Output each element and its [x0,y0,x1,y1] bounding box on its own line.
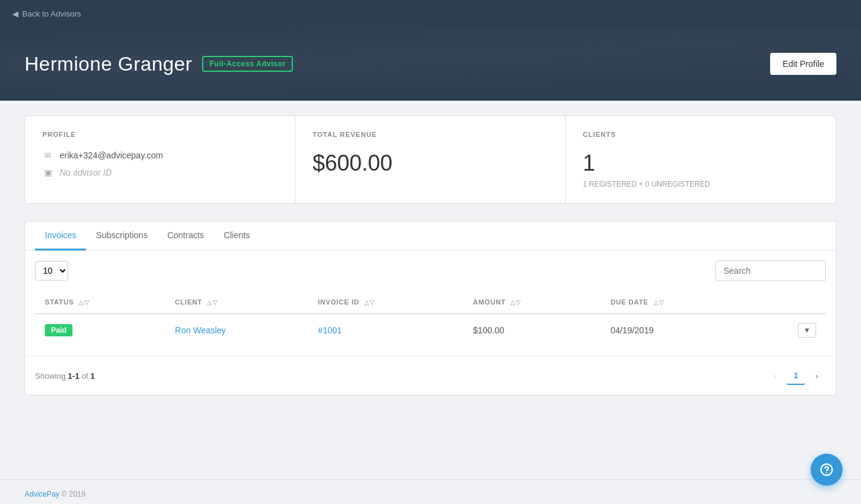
profile-header: Hermione Granger Full-Access Advisor Edi… [0,27,861,101]
sort-icon-due-date: △▽ [653,299,664,306]
profile-label: PROFILE [42,131,278,138]
col-status[interactable]: STATUS △▽ [35,291,165,314]
back-to-advisors-link[interactable]: ◀ Back to Advisors [12,9,81,18]
table-controls: 10 25 50 [35,260,826,281]
advisor-id-row: ▣ No advisor ID [42,168,278,177]
profile-info: ✉ erika+324@advicepay.com ▣ No advisor I… [42,150,278,177]
col-invoice-id[interactable]: INVOICE ID △▽ [308,291,464,314]
tab-clients[interactable]: Clients [214,222,260,250]
col-due-date[interactable]: DUE DATE △▽ [601,291,749,314]
pagination-controls: ‹ 1 › [766,366,826,385]
id-card-icon: ▣ [42,168,53,177]
email-row: ✉ erika+324@advicepay.com [42,150,278,160]
showing-range: 1-1 [68,371,79,381]
footer-brand-link[interactable]: AdvicePay [25,490,60,498]
invoices-table: STATUS △▽ CLIENT △▽ INVOICE ID △▽ AMOUNT… [35,291,826,346]
status-badge: Paid [45,324,72,336]
chevron-left-icon: ◀ [12,9,18,18]
col-amount[interactable]: AMOUNT △▽ [463,291,601,314]
clients-registered: 1 REGISTERED + 0 UNREGISTERED [583,180,819,188]
next-page-button[interactable]: › [808,366,826,385]
profile-header-left: Hermione Granger Full-Access Advisor [25,53,293,76]
stats-row: PROFILE ✉ erika+324@advicepay.com ▣ No a… [25,115,836,204]
tab-subscriptions[interactable]: Subscriptions [86,222,157,250]
advisor-id: No advisor ID [60,168,112,177]
back-label: Back to Advisors [22,9,81,18]
client-link[interactable]: Ron Weasley [175,325,226,335]
table-section: 10 25 50 STATUS △▽ CLIENT △▽ [25,250,836,356]
page-1-button[interactable]: 1 [787,366,805,385]
cell-client: Ron Weasley [165,314,308,346]
pagination-row: Showing 1-1 of 1 ‹ 1 › [25,356,836,395]
profile-card: PROFILE ✉ erika+324@advicepay.com ▣ No a… [25,116,295,203]
showing-total: 1 [90,371,95,381]
showing-prefix: Showing [35,371,68,381]
cell-status: Paid [35,314,165,346]
showing-text: Showing 1-1 of 1 [35,371,95,381]
footer: AdvicePay © 2019 [0,479,861,504]
showing-of: of [79,371,90,381]
sort-icon-client: △▽ [207,299,218,306]
tab-invoices[interactable]: Invoices [35,222,86,250]
cell-due-date: 04/19/2019 [601,314,749,346]
revenue-label: TOTAL REVENUE [313,131,548,138]
email-icon: ✉ [42,150,53,160]
table-header-row: STATUS △▽ CLIENT △▽ INVOICE ID △▽ AMOUNT… [35,291,826,314]
sort-icon-status: △▽ [79,299,90,306]
table-row: Paid Ron Weasley #1001 $100.00 04/19/201… [35,314,826,346]
clients-count: 1 [583,150,819,176]
cell-row-actions: ▼ [749,314,826,346]
page-size-select[interactable]: 10 25 50 [35,261,68,281]
help-icon [820,463,833,476]
top-nav: ◀ Back to Advisors [0,0,861,27]
footer-copy: © 2019 [60,490,85,498]
sort-icon-amount: △▽ [510,299,521,306]
clients-card: CLIENTS 1 1 REGISTERED + 0 UNREGISTERED [566,116,836,203]
profile-email: erika+324@advicepay.com [60,150,163,160]
clients-label: CLIENTS [583,131,819,138]
main-content: PROFILE ✉ erika+324@advicepay.com ▣ No a… [0,101,861,479]
prev-page-button[interactable]: ‹ [766,366,784,385]
revenue-value: $600.00 [313,150,548,176]
tabs-section: Invoices Subscriptions Contracts Clients… [25,221,836,395]
col-actions [749,291,826,314]
row-action-dropdown[interactable]: ▼ [798,323,816,338]
cell-amount: $100.00 [463,314,601,346]
edit-profile-button[interactable]: Edit Profile [770,53,836,75]
cell-invoice-id: #1001 [308,314,464,346]
sort-icon-invoice: △▽ [364,299,375,306]
tabs-header: Invoices Subscriptions Contracts Clients [25,222,836,250]
col-client[interactable]: CLIENT △▽ [165,291,308,314]
tab-contracts[interactable]: Contracts [157,222,214,250]
access-badge: Full-Access Advisor [202,56,293,72]
search-input[interactable] [715,260,826,281]
advisor-name: Hermione Granger [25,53,192,76]
revenue-card: TOTAL REVENUE $600.00 [295,116,566,203]
help-fab-button[interactable] [811,454,843,486]
invoice-id-link[interactable]: #1001 [318,325,342,335]
